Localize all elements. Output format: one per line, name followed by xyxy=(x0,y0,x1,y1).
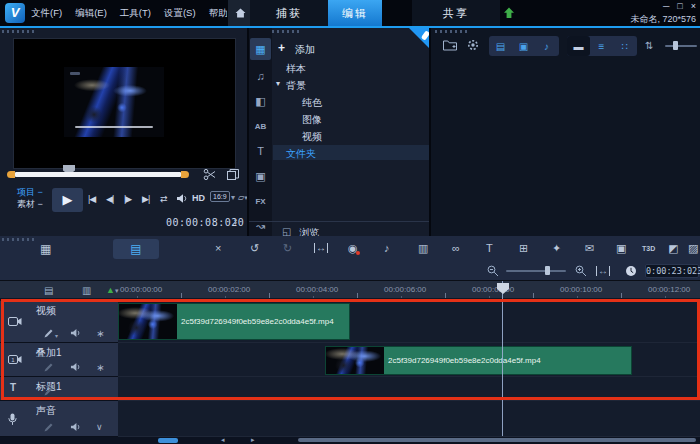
tree-item-samples[interactable]: 样本 xyxy=(286,62,306,76)
motion-tracking-button[interactable]: ✦ xyxy=(552,243,561,254)
track-video-header[interactable]: 视频▾∗ xyxy=(0,301,118,343)
aspect-ratio-button[interactable]: 16:9 xyxy=(210,191,230,202)
multicam-editor-button[interactable]: ▥ xyxy=(418,243,428,254)
show-audio-button[interactable]: ♪ xyxy=(535,36,558,56)
mask-creator-button[interactable]: ◩ xyxy=(668,243,678,254)
next-frame-button[interactable]: |▶ xyxy=(124,194,131,204)
smart-proxy-gear-icon[interactable] xyxy=(467,39,479,51)
redo-button[interactable]: ↻ xyxy=(283,243,292,254)
edit-pencil-icon[interactable] xyxy=(44,329,53,338)
preview-pane-button[interactable]: ▬ xyxy=(567,36,590,56)
video-clip[interactable]: 2c5f39d726949f0eb59e8e2c0dda4e5f.mp4 xyxy=(118,303,350,340)
scroll-right-arrow[interactable]: ▸ xyxy=(251,436,255,444)
pencil-dropdown-icon[interactable]: ▾ xyxy=(55,332,58,339)
track-settings-icon[interactable]: ▥ xyxy=(82,286,91,296)
aspect-dropdown-icon[interactable]: ▾ xyxy=(231,193,235,202)
home-button[interactable] xyxy=(228,0,252,26)
edit-pencil-icon[interactable] xyxy=(44,363,53,372)
thumbnail-size-slider-thumb[interactable] xyxy=(673,41,678,50)
tree-item-image[interactable]: 图像 xyxy=(302,113,322,127)
fit-timeline-icon[interactable]: ↔ xyxy=(596,266,610,276)
scroll-nav-chip[interactable] xyxy=(158,438,178,443)
title-options-button[interactable]: T xyxy=(486,243,493,254)
maximize-button[interactable]: □ xyxy=(677,1,682,11)
menu-settings[interactable]: 设置(S) xyxy=(164,7,196,20)
track-manager-icon[interactable]: ▤ xyxy=(44,286,53,296)
play-button[interactable]: ▶ xyxy=(52,188,83,212)
transition-library-icon[interactable]: ◧ xyxy=(250,90,271,112)
split-clip-scissors-icon[interactable] xyxy=(203,168,216,181)
show-videos-button[interactable]: ▤ xyxy=(489,36,512,56)
edit-pencil-icon[interactable] xyxy=(44,423,53,432)
overlay-library-icon[interactable]: ▣ xyxy=(250,165,271,187)
draw-mask-button[interactable]: ▨ xyxy=(688,243,698,254)
duration-clock-icon[interactable] xyxy=(625,265,637,277)
filter-library-icon[interactable]: FX xyxy=(250,190,271,212)
playhead-line[interactable] xyxy=(502,281,503,436)
ripple-edit-icon[interactable]: ∗ xyxy=(96,328,104,339)
record-capture-button[interactable]: ◉ xyxy=(348,243,358,254)
track-title-1-header[interactable]: T标题1 xyxy=(0,377,118,401)
go-start-button[interactable]: |◀ xyxy=(88,194,95,204)
volume-speaker-icon[interactable] xyxy=(176,193,188,204)
tab-share[interactable]: 共享 xyxy=(412,0,500,26)
add-track-button[interactable]: ▲▾ xyxy=(106,286,118,295)
timeline-zoom-slider[interactable] xyxy=(506,270,566,272)
track-voice-body[interactable] xyxy=(118,401,700,437)
overlay-clip[interactable]: 2c5f39d726949f0eb59e8e2c0dda4e5f.mp4 xyxy=(325,346,632,375)
import-folder-icon[interactable] xyxy=(443,39,458,51)
go-end-button[interactable]: ▶| xyxy=(142,194,149,204)
track-title-1-body[interactable] xyxy=(118,377,700,401)
media-library-icon[interactable]: ▦ xyxy=(250,38,271,60)
timecode-spinner[interactable]: ▲▼ xyxy=(233,217,238,225)
timeline-zoom-slider-thumb[interactable] xyxy=(545,266,550,275)
enlarge-duplicate-icon[interactable] xyxy=(227,169,239,180)
thumbnail-view-button[interactable]: ∷ xyxy=(613,36,636,56)
sound-mixer-button[interactable]: ♪ xyxy=(384,243,390,254)
fit-project-button[interactable]: ↔ xyxy=(314,243,328,253)
tree-item-video[interactable]: 视频 xyxy=(302,130,322,144)
minimize-button[interactable]: ─ xyxy=(663,1,669,11)
prev-frame-button[interactable]: ◀| xyxy=(106,194,113,204)
3d-title-editor-button[interactable]: T3D xyxy=(642,245,655,252)
motion-path-library-icon[interactable]: ↝ xyxy=(250,215,271,237)
storyboard-view-button[interactable]: ▦ xyxy=(40,243,51,255)
batch-convert-button[interactable]: ∞ xyxy=(452,243,460,254)
panel-grip[interactable] xyxy=(435,30,469,33)
add-folder-button[interactable]: 添加 xyxy=(295,43,315,57)
scroll-left-arrow[interactable]: ◂ xyxy=(221,436,225,444)
ripple-edit-icon[interactable]: ∗ xyxy=(96,362,104,373)
sort-icon[interactable]: ⇅ xyxy=(645,40,653,51)
scrollbar-thumb[interactable] xyxy=(298,438,696,442)
track-voice-header[interactable]: 声音∨ xyxy=(0,401,118,437)
undo-button[interactable]: ↺ xyxy=(250,243,259,254)
pinned-corner-ribbon[interactable] xyxy=(409,28,431,50)
title-template-library-icon[interactable]: AB xyxy=(250,115,271,137)
share-up-arrow-icon[interactable] xyxy=(503,7,515,19)
menu-edit[interactable]: 编辑(E) xyxy=(75,7,107,20)
timeline-ruler[interactable]: ▤ ▥ ▲▾ 00:00:00:0000:00:02:0000:00:04:00… xyxy=(0,280,700,299)
collapse-chevron-icon[interactable]: ∨ xyxy=(96,422,103,432)
menu-tools[interactable]: 工具(T) xyxy=(120,7,151,20)
subtitle-editor-button[interactable]: ✉ xyxy=(585,243,594,254)
list-view-button[interactable]: ≡ xyxy=(590,36,613,56)
edit-pencil-icon[interactable] xyxy=(44,387,53,396)
trim-bar[interactable] xyxy=(14,172,182,177)
menu-help[interactable]: 帮助(H) xyxy=(209,7,227,20)
close-button[interactable]: × xyxy=(691,1,696,11)
thumbnail-size-slider[interactable] xyxy=(665,45,697,47)
zoom-out-icon[interactable] xyxy=(487,265,499,277)
track-mute-speaker-icon[interactable] xyxy=(70,328,81,338)
show-photos-button[interactable]: ▣ xyxy=(512,36,535,56)
tree-item-background[interactable]: 背景 xyxy=(286,79,306,93)
track-mute-speaker-icon[interactable] xyxy=(70,362,81,372)
title-library-icon[interactable]: T xyxy=(250,140,271,162)
mode-clip-label[interactable]: 素材 − xyxy=(17,198,43,211)
repeat-button[interactable]: ⇄ xyxy=(160,194,168,204)
tab-capture[interactable]: 捕获 xyxy=(250,0,328,26)
tab-edit[interactable]: 编辑 xyxy=(328,0,382,26)
zoom-in-icon[interactable] xyxy=(575,265,587,277)
panel-grip[interactable] xyxy=(2,30,36,33)
tracker-frame-button[interactable]: ▣ xyxy=(616,243,626,254)
audio-library-icon[interactable]: ♫ xyxy=(250,65,271,87)
